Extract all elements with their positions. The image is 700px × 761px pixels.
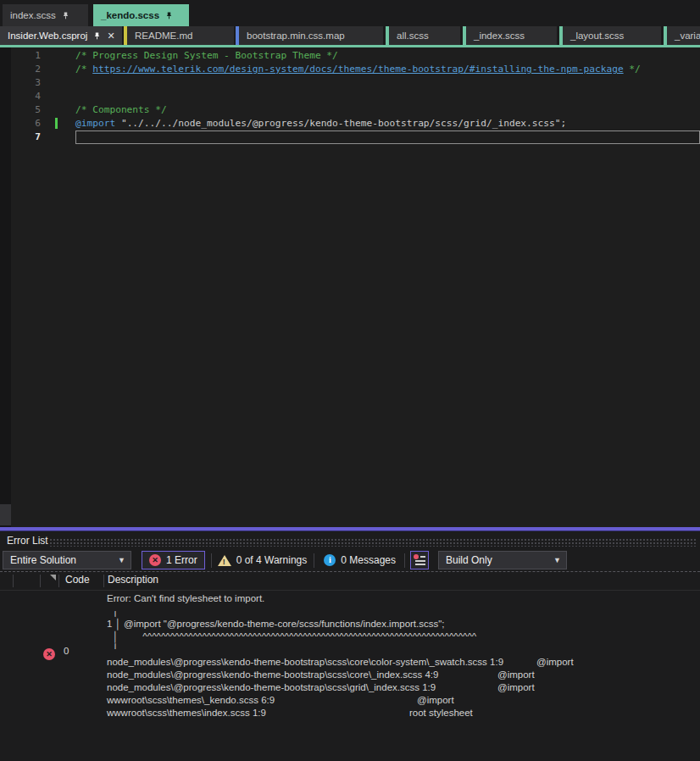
scope-dropdown-value: Entire Solution — [10, 554, 76, 566]
change-margin — [41, 117, 75, 131]
error-message-line: ╵ — [107, 643, 503, 656]
change-margin — [41, 49, 75, 63]
code-token: @import — [75, 118, 115, 129]
editor-line[interactable]: 6@import "../../../node_modules/@progres… — [0, 117, 700, 131]
error-list-toolbar: Entire Solution ▼ ✕ 1 Error ! 0 of 4 War… — [0, 549, 700, 571]
trace-ref: @import — [536, 656, 574, 669]
document-tab[interactable]: _index.scss — [463, 26, 557, 45]
scrollbar-corner — [0, 504, 11, 525]
tab-label: all.scss — [389, 31, 434, 41]
tab-label: bootstrap.min.css.map — [239, 31, 350, 41]
tab-label: _index.scss — [466, 31, 530, 41]
editor-line[interactable]: 1/* Progress Design System - Bootstrap T… — [0, 49, 700, 63]
errors-toggle-label: 1 Error — [166, 554, 197, 566]
column-separator[interactable] — [103, 575, 104, 587]
line-number: 1 — [0, 49, 41, 63]
pin-icon[interactable] — [61, 10, 70, 21]
trace-path: node_modules\@progress\kendo-theme-boots… — [107, 682, 436, 692]
errors-toggle-button[interactable]: ✕ 1 Error — [142, 551, 205, 569]
filter-toggle-button[interactable] — [410, 551, 429, 569]
column-separator[interactable] — [58, 575, 59, 587]
hyperlink[interactable]: https://www.telerik.com/design-system/do… — [92, 64, 623, 75]
pin-icon[interactable] — [164, 10, 174, 21]
code-text — [75, 131, 700, 144]
error-trace-line: wwwroot\scss\themes\_kendo.scss 6:9@impo… — [107, 694, 503, 707]
error-message-line: │ ^^^^^^^^^^^^^^^^^^^^^^^^^^^^^^^^^^^^^^… — [107, 630, 503, 643]
error-trace-line: node_modules\@progress\kendo-theme-boots… — [107, 656, 503, 669]
code-text: /* Progress Design System - Bootstrap Th… — [75, 49, 700, 63]
modified-line-indicator — [55, 118, 58, 129]
line-number: 2 — [0, 63, 41, 76]
document-tab[interactable]: _kendo.scss — [93, 4, 189, 26]
column-header-description[interactable]: Description — [108, 574, 158, 586]
error-description-cell: Error: Can't find stylesheet to import. … — [107, 592, 503, 719]
trace-ref: @import — [497, 681, 535, 694]
change-margin — [41, 76, 75, 90]
column-separator[interactable] — [40, 575, 41, 587]
toolbar-separator — [211, 553, 212, 568]
code-token: "../../../node_modules/@progress/kendo-t… — [115, 118, 566, 129]
code-editor[interactable]: 1/* Progress Design System - Bootstrap T… — [0, 47, 700, 527]
warning-icon: ! — [218, 555, 231, 566]
messages-toggle-button[interactable]: i 0 Messages — [324, 554, 396, 566]
line-number: 6 — [0, 117, 41, 131]
tab-label: _kendo.scss — [93, 10, 164, 20]
line-number: 4 — [0, 90, 41, 103]
trace-path: wwwroot\scss\themes\index.scss 1:9 — [107, 708, 266, 718]
chevron-down-icon: ▼ — [553, 556, 561, 564]
pin-icon[interactable] — [92, 31, 102, 42]
trace-path: wwwroot\scss\themes\_kendo.scss 6:9 — [107, 695, 275, 705]
change-margin — [41, 90, 75, 103]
editor-line[interactable]: 5/* Components */ — [0, 103, 700, 117]
warnings-toggle-button[interactable]: ! 0 of 4 Warnings — [218, 554, 308, 566]
tab-label: _variab — [667, 31, 700, 41]
document-tab[interactable]: all.scss — [386, 26, 460, 45]
scope-dropdown[interactable]: Entire Solution ▼ — [3, 551, 131, 569]
tab-label: index.scss — [3, 10, 61, 20]
error-list-panel: Error List Entire Solution ▼ ✕ 1 Error !… — [0, 531, 700, 761]
info-icon: i — [324, 554, 336, 566]
editor-line[interactable]: 2/* https://www.telerik.com/design-syste… — [0, 63, 700, 76]
code-token: /* Progress Design System - Bootstrap Th… — [75, 50, 338, 61]
pinned-tab-row: index.scss_kendo.scss — [0, 4, 189, 26]
document-tab[interactable]: Insider.Web.csproj✕ — [0, 26, 122, 45]
editor-lines: 1/* Progress Design System - Bootstrap T… — [0, 49, 700, 144]
error-trace-line: node_modules\@progress\kendo-theme-boots… — [107, 669, 503, 681]
error-trace-line: node_modules\@progress\kendo-theme-boots… — [107, 681, 503, 694]
document-tab[interactable]: _variab — [664, 26, 700, 45]
editor-line[interactable]: 3 — [0, 76, 700, 90]
error-row[interactable]: ✕ 0 Error: Can't find stylesheet to impo… — [0, 590, 700, 720]
panel-drag-texture[interactable] — [49, 538, 697, 547]
document-tab-row: Insider.Web.csproj✕README.mdbootstrap.mi… — [0, 26, 700, 45]
line-number: 7 — [0, 131, 41, 144]
tab-label: Insider.Web.csproj — [0, 31, 92, 41]
error-code-cell: 0 — [64, 646, 69, 656]
editor-line[interactable]: 7 — [0, 131, 700, 144]
close-icon[interactable]: ✕ — [105, 31, 120, 42]
trace-path: node_modules\@progress\kendo-theme-boots… — [107, 669, 438, 680]
document-tab[interactable]: _layout.scss — [559, 26, 661, 45]
trace-path: node_modules\@progress\kendo-theme-boots… — [107, 657, 503, 667]
intellisense-filter-icon — [414, 554, 425, 566]
column-header-code[interactable]: Code — [65, 574, 90, 586]
toolbar-separator — [314, 553, 314, 568]
error-message-line: 1 │ @import "@progress/kendo-theme-core/… — [107, 618, 503, 630]
build-filter-dropdown[interactable]: Build Only ▼ — [438, 551, 567, 569]
document-tab[interactable]: bootstrap.min.css.map — [236, 26, 383, 45]
toolbar-separator — [404, 553, 405, 568]
trace-ref: @import — [497, 669, 535, 681]
document-tab[interactable]: index.scss — [3, 4, 88, 26]
editor-line[interactable]: 4 — [0, 90, 700, 103]
code-text — [75, 90, 700, 103]
trace-ref: root stylesheet — [409, 707, 473, 719]
tab-label: README.md — [127, 31, 197, 41]
tab-label: _layout.scss — [563, 31, 629, 41]
chevron-down-icon: ▼ — [118, 556, 125, 564]
trace-ref: @import — [417, 694, 454, 707]
document-tab[interactable]: README.md — [124, 26, 234, 45]
code-token: /* — [75, 64, 92, 75]
column-separator[interactable] — [13, 575, 14, 587]
change-margin — [41, 103, 75, 117]
line-number: 3 — [0, 76, 41, 90]
error-icon: ✕ — [43, 648, 55, 660]
